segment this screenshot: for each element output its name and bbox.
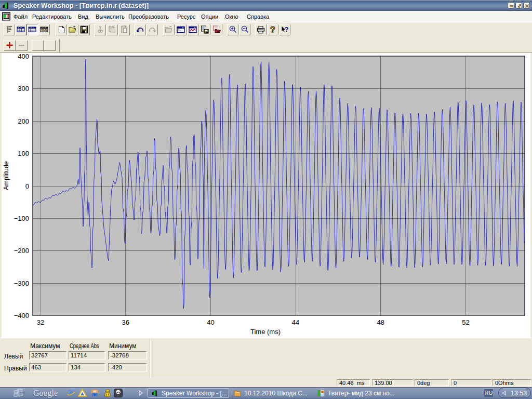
svg-text:52: 52: [462, 318, 469, 326]
svg-text:Time (ms): Time (ms): [250, 328, 281, 336]
svg-text:−200: −200: [14, 247, 29, 255]
svg-text:?: ?: [270, 25, 275, 34]
svg-text:−400: −400: [14, 312, 29, 320]
svg-text:400: 400: [18, 53, 29, 60]
svg-text:−100: −100: [14, 215, 29, 222]
svg-text:100: 100: [18, 150, 29, 157]
svg-text:300: 300: [18, 85, 29, 92]
svg-text:36: 36: [122, 318, 129, 326]
svg-text:40: 40: [207, 318, 214, 326]
svg-text:0: 0: [25, 182, 29, 190]
svg-text:e: e: [69, 388, 73, 397]
svg-text:200: 200: [18, 117, 29, 125]
svg-text:−300: −300: [14, 280, 29, 287]
svg-text:44: 44: [292, 318, 299, 326]
svg-text:48: 48: [377, 318, 384, 326]
svg-text:Amplitude: Amplitude: [3, 161, 10, 190]
svg-text:32: 32: [37, 318, 44, 326]
